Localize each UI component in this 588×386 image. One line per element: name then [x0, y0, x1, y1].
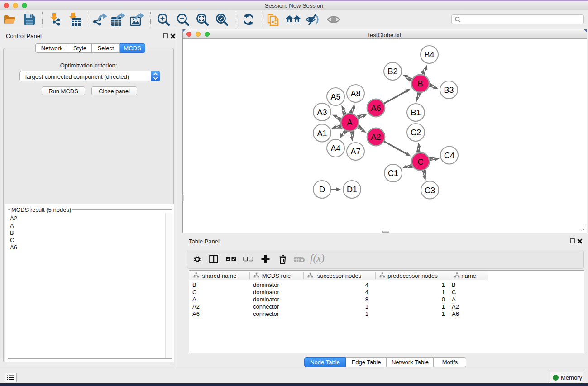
- svg-text:A5: A5: [330, 92, 340, 101]
- svg-text:A4: A4: [330, 144, 340, 153]
- svg-text:B4: B4: [424, 50, 434, 59]
- svg-text:C: C: [418, 157, 424, 167]
- svg-text:A8: A8: [350, 89, 360, 98]
- svg-text:C1: C1: [388, 169, 398, 178]
- svg-text:A3: A3: [317, 108, 327, 117]
- svg-text:C2: C2: [411, 128, 421, 137]
- svg-text:A7: A7: [350, 147, 360, 156]
- svg-text:D: D: [319, 185, 325, 194]
- svg-text:A2: A2: [371, 133, 381, 142]
- svg-text:A6: A6: [371, 104, 381, 113]
- svg-text:C3: C3: [425, 186, 435, 195]
- svg-text:D1: D1: [347, 185, 357, 194]
- svg-text:B: B: [417, 79, 423, 88]
- svg-text:B2: B2: [387, 67, 397, 76]
- svg-text:A1: A1: [317, 129, 327, 138]
- svg-text:B1: B1: [411, 108, 421, 117]
- svg-text:C4: C4: [444, 151, 454, 160]
- svg-text:B3: B3: [444, 86, 454, 95]
- svg-text:A: A: [347, 118, 352, 127]
